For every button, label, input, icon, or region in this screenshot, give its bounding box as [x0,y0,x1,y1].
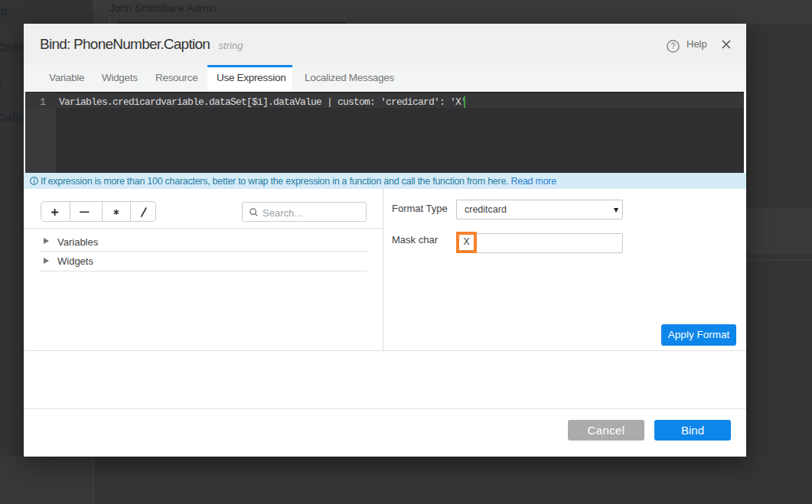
svg-text:?: ? [671,42,676,50]
